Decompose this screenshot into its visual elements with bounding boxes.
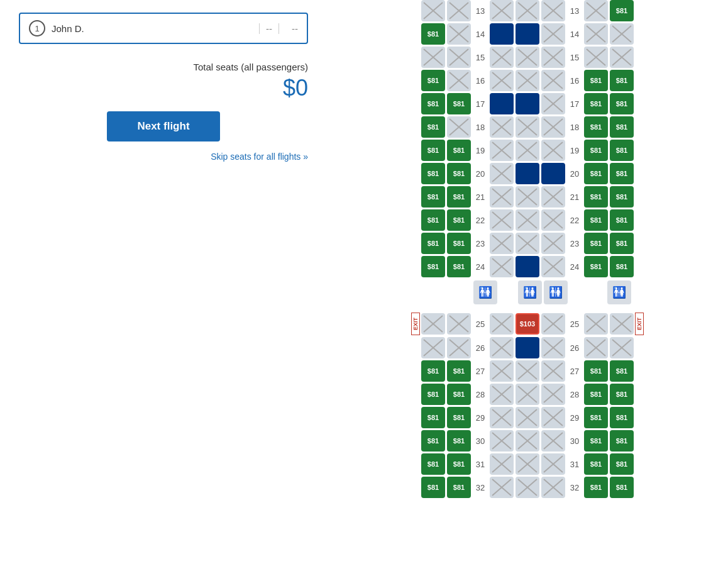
seat-28G[interactable]: $81 [610, 384, 634, 405]
seat-17G[interactable]: $81 [610, 93, 634, 114]
seat-18C [490, 116, 514, 138]
seat-26E [541, 337, 565, 358]
left-panel: 1 John D. -- -- Total seats (all passeng… [0, 0, 327, 571]
seat-19D [516, 140, 539, 161]
seat-14D[interactable] [516, 23, 539, 45]
seat-19G[interactable]: $81 [610, 140, 634, 161]
seat-30B[interactable]: $81 [447, 430, 471, 452]
row-num-19-right: 19 [565, 146, 584, 155]
table-row: $81 $81 21 21 $81 $81 [370, 186, 685, 208]
seat-30A[interactable]: $81 [421, 430, 445, 452]
seat-23F[interactable]: $81 [584, 233, 608, 254]
seat-18G[interactable]: $81 [610, 116, 634, 138]
seat-29B[interactable]: $81 [447, 407, 471, 428]
seat-21A[interactable]: $81 [421, 186, 445, 208]
seat-31A[interactable]: $81 [421, 453, 445, 475]
row-num-28-right: 28 [565, 390, 584, 399]
seat-24G[interactable]: $81 [610, 256, 634, 277]
seat-17F[interactable]: $81 [584, 93, 608, 114]
seat-13E [541, 0, 565, 21]
seat-19F[interactable]: $81 [584, 140, 608, 161]
seat-17C[interactable] [490, 93, 514, 114]
seat-31G[interactable]: $81 [610, 453, 634, 475]
seat-24F[interactable]: $81 [584, 256, 608, 277]
seat-32G[interactable]: $81 [610, 477, 634, 498]
seat-30G[interactable]: $81 [610, 430, 634, 452]
seat-24B[interactable]: $81 [447, 256, 471, 277]
seat-30F[interactable]: $81 [584, 430, 608, 452]
seat-29G[interactable]: $81 [610, 407, 634, 428]
seat-16A[interactable]: $81 [421, 70, 445, 91]
seat-28A[interactable]: $81 [421, 384, 445, 405]
row-num-20-left: 20 [471, 169, 490, 179]
seat-27G[interactable]: $81 [610, 360, 634, 382]
seat-20A[interactable]: $81 [421, 163, 445, 184]
seat-29A[interactable]: $81 [421, 407, 445, 428]
table-row: $81 $81 22 22 $81 $81 [370, 209, 685, 231]
seat-26D[interactable] [516, 337, 539, 358]
seat-16D [516, 70, 539, 91]
seat-28B[interactable]: $81 [447, 384, 471, 405]
seat-29F[interactable]: $81 [584, 407, 608, 428]
seat-20G[interactable]: $81 [610, 163, 634, 184]
seat-14C[interactable] [490, 23, 514, 45]
seat-20E[interactable] [541, 163, 565, 184]
seat-17B[interactable]: $81 [447, 93, 471, 114]
seat-24A[interactable]: $81 [421, 256, 445, 277]
seat-26F [584, 337, 608, 358]
seat-22D [516, 209, 539, 231]
seat-21B[interactable]: $81 [447, 186, 471, 208]
seat-22G[interactable]: $81 [610, 209, 634, 231]
seat-20D[interactable] [516, 163, 539, 184]
row-num-16-left: 16 [471, 76, 490, 86]
seat-32C [490, 477, 514, 498]
seat-16F[interactable]: $81 [584, 70, 608, 91]
seat-18F[interactable]: $81 [584, 116, 608, 138]
seat-31B[interactable]: $81 [447, 453, 471, 475]
seat-22F[interactable]: $81 [584, 209, 608, 231]
row-num-25-right: 25 [565, 319, 584, 329]
seat-16G[interactable]: $81 [610, 70, 634, 91]
seat-23B[interactable]: $81 [447, 233, 471, 254]
seat-22B[interactable]: $81 [447, 209, 471, 231]
seat-19A[interactable]: $81 [421, 140, 445, 161]
bathroom-middle2: 🚻 [544, 280, 568, 304]
seat-17D[interactable] [516, 93, 539, 114]
row-num-22-left: 22 [471, 216, 490, 225]
seat-18A[interactable]: $81 [421, 116, 445, 138]
seat-27B[interactable]: $81 [447, 360, 471, 382]
seat-31F[interactable]: $81 [584, 453, 608, 475]
seat-21G[interactable]: $81 [610, 186, 634, 208]
seat-23E [541, 233, 565, 254]
seat-32B[interactable]: $81 [447, 477, 471, 498]
seat-23G[interactable]: $81 [610, 233, 634, 254]
seat-28F[interactable]: $81 [584, 384, 608, 405]
row-num-13-left: 13 [471, 6, 490, 16]
bathroom-middle1: 🚻 [518, 280, 542, 304]
row-num-23-right: 23 [565, 239, 584, 248]
seat-20B[interactable]: $81 [447, 163, 471, 184]
skip-seats-link[interactable]: Skip seats for all flights » [19, 152, 308, 162]
seat-27F[interactable]: $81 [584, 360, 608, 382]
seat-24D[interactable] [516, 256, 539, 277]
seat-21F[interactable]: $81 [584, 186, 608, 208]
seat-19B[interactable]: $81 [447, 140, 471, 161]
seat-17A[interactable]: $81 [421, 93, 445, 114]
seat-24E [541, 256, 565, 277]
table-row: $81 $81 27 27 $81 $81 [370, 360, 685, 382]
seat-32A[interactable]: $81 [421, 477, 445, 498]
seat-24C [490, 256, 514, 277]
seat-23A[interactable]: $81 [421, 233, 445, 254]
seat-14A[interactable]: $81 [421, 23, 445, 45]
seat-25D[interactable]: $103 [516, 313, 539, 335]
bathroom-left: 🚻 [473, 280, 497, 304]
next-flight-button[interactable]: Next flight [107, 111, 220, 141]
seat-27A[interactable]: $81 [421, 360, 445, 382]
seat-19C [490, 140, 514, 161]
row-num-27-left: 27 [471, 367, 490, 376]
seat-13G[interactable]: $81 [610, 0, 634, 21]
seat-20F[interactable]: $81 [584, 163, 608, 184]
seat-32F[interactable]: $81 [584, 477, 608, 498]
row-num-26-left: 26 [471, 343, 490, 353]
seat-22A[interactable]: $81 [421, 209, 445, 231]
